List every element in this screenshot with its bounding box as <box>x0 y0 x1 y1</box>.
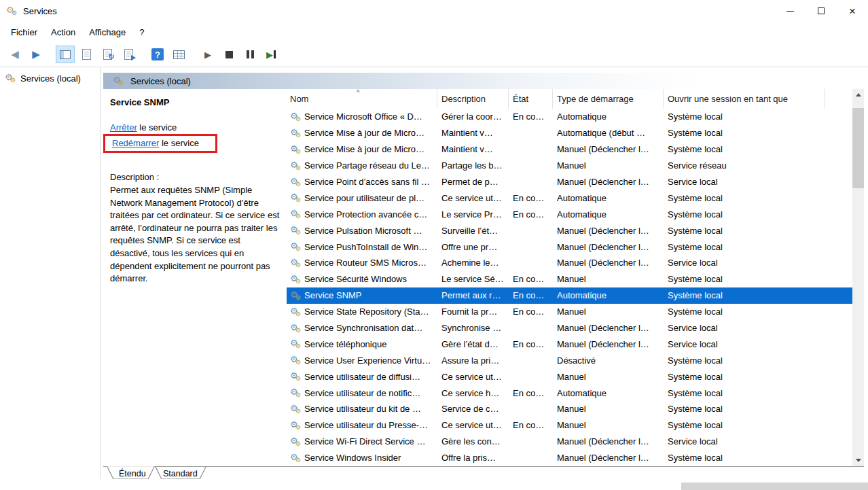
maximize-button[interactable] <box>806 0 837 22</box>
service-state-cell <box>509 368 553 385</box>
restart-service-link[interactable]: Redémarrer <box>112 138 159 148</box>
services-window: ⚙ ⚙ Services × Fichier Action Affichage … <box>0 0 868 490</box>
column-header-session[interactable]: Ouvrir une session en tant que <box>664 89 825 109</box>
description-text: Permet aux requêtes SNMP (Simple Network… <box>110 184 281 285</box>
title-bar: ⚙ ⚙ Services × <box>0 0 868 22</box>
service-startup-type-cell: Manuel <box>553 271 664 287</box>
table-row[interactable]: ⚙⚙ Service PushToInstall de Win… Offre u… <box>287 239 852 255</box>
table-row[interactable]: ⚙⚙ Service Mise à jour de Micro… Maintie… <box>287 125 852 141</box>
service-gear-icon: ⚙⚙ <box>289 206 303 222</box>
table-row[interactable]: ⚙⚙ Service SNMP Permet aux r… En co… Aut… <box>287 287 852 304</box>
table-row[interactable]: ⚙⚙ Service Point d’accès sans fil … Perm… <box>287 174 852 190</box>
table-row[interactable]: ⚙⚙ Service pour utilisateur de pl… Ce se… <box>287 190 852 206</box>
export-list-button[interactable] <box>119 46 138 63</box>
service-name: Service utilisateur de diffusi… <box>304 372 420 382</box>
table-row[interactable]: ⚙⚙ Service utilisateur du kit de … Servi… <box>287 401 852 417</box>
tree-item-services-local[interactable]: ⚙ ⚙ Services (local) <box>0 71 100 86</box>
service-startup-type-cell: Automatique <box>553 287 664 304</box>
service-name: Service Microsoft Office « D… <box>304 111 422 122</box>
column-header-nom[interactable]: Nom ^ <box>287 89 437 109</box>
play-icon: ▶ <box>204 50 211 60</box>
help-button[interactable]: ? <box>148 46 167 63</box>
service-name: Service Windows Insider <box>304 453 401 463</box>
service-logon-cell: Service local <box>664 434 825 450</box>
properties-button[interactable] <box>77 46 96 63</box>
scroll-track[interactable] <box>852 101 864 455</box>
table-row[interactable]: ⚙⚙ Service utilisateur de notific… Ce se… <box>287 385 852 401</box>
service-gear-icon: ⚙⚙ <box>289 368 303 385</box>
service-state-cell <box>509 158 553 174</box>
menu-item-affichage[interactable]: Affichage <box>82 24 132 40</box>
show-console-tree-button[interactable] <box>56 46 75 63</box>
table-row[interactable]: ⚙⚙ Service Mise à jour de Micro… Maintie… <box>287 141 852 158</box>
service-state-cell: En co… <box>509 304 553 320</box>
table-icon <box>173 50 185 59</box>
service-name: Service Mise à jour de Micro… <box>304 144 424 154</box>
scroll-down-button[interactable] <box>852 455 864 466</box>
window-title: Services <box>23 6 57 16</box>
close-button[interactable]: × <box>837 0 868 22</box>
service-name-cell: ⚙⚙ Service utilisateur du kit de … <box>287 401 437 417</box>
service-logon-cell: Service local <box>664 320 825 336</box>
column-header-type-demarrage[interactable]: Type de démarrage <box>553 89 664 109</box>
table-row[interactable]: ⚙⚙ Service Microsoft Office « D… Gérer l… <box>287 109 852 125</box>
service-name: Service Wi-Fi Direct Service … <box>304 436 425 447</box>
service-logon-cell: Système local <box>664 239 825 255</box>
svg-text:Standard: Standard <box>163 469 198 478</box>
minimize-icon <box>786 11 794 12</box>
service-description-cell: Gérer la coor… <box>437 109 509 125</box>
table-row[interactable]: ⚙⚙ Service Sécurité Windows Le service S… <box>287 271 852 287</box>
tab-standard[interactable]: Standard <box>156 467 206 479</box>
pause-service-button[interactable] <box>240 46 259 63</box>
stop-service-button[interactable] <box>219 46 238 63</box>
table-row[interactable]: ⚙⚙ Service Windows Insider Offre la pris… <box>287 450 852 466</box>
service-startup-type-cell: Automatique <box>553 109 664 125</box>
service-gear-icon: ⚙⚙ <box>289 450 303 466</box>
table-row[interactable]: ⚙⚙ Service utilisateur du Presse-… Ce se… <box>287 417 852 434</box>
refresh-button[interactable]: ↻ <box>98 46 117 63</box>
vertical-scrollbar[interactable] <box>852 89 864 466</box>
table-row[interactable]: ⚙⚙ Service Pulsation Microsoft … Surveil… <box>287 222 852 239</box>
table-row[interactable]: ⚙⚙ Service téléphonique Gère l’état d… E… <box>287 336 852 352</box>
menu-item-action[interactable]: Action <box>44 24 82 40</box>
menu-item-help[interactable]: ? <box>132 24 151 40</box>
tab-etendu[interactable]: Étendu <box>107 467 154 479</box>
back-button[interactable]: ◀ <box>5 46 24 63</box>
service-startup-type-cell: Automatique (début … <box>553 125 664 141</box>
service-startup-type-cell: Manuel (Déclencher l… <box>553 255 664 271</box>
table-row[interactable]: ⚙⚙ Service Routeur SMS Micros… Achemine … <box>287 255 852 271</box>
service-description-cell: Permet aux r… <box>437 287 509 304</box>
service-name: Service Sécurité Windows <box>304 274 407 284</box>
service-state-cell: En co… <box>509 385 553 401</box>
service-description-cell: Surveille l’ét… <box>437 222 509 239</box>
service-list-pane: Nom ^ Description État Type de démarrage… <box>287 89 864 466</box>
forward-button[interactable]: ▶ <box>26 46 46 63</box>
service-state-cell <box>509 352 553 368</box>
table-row[interactable]: ⚙⚙ Service Protection avancée c… Le serv… <box>287 206 852 222</box>
table-row[interactable]: ⚙⚙ Service Wi-Fi Direct Service … Gère l… <box>287 434 852 450</box>
table-row[interactable]: ⚙⚙ Service Synchronisation dat… Synchron… <box>287 320 852 336</box>
stop-service-link[interactable]: Arrêter <box>110 122 137 133</box>
scroll-up-button[interactable] <box>852 89 864 101</box>
service-name: Service State Repository (Sta… <box>304 307 429 317</box>
service-name-cell: ⚙⚙ Service Routeur SMS Micros… <box>287 255 437 271</box>
minimize-button[interactable] <box>774 0 806 22</box>
restart-service-button[interactable]: ▶ <box>261 46 281 63</box>
column-header-etat[interactable]: État <box>509 89 553 109</box>
service-startup-type-cell: Manuel (Déclencher l… <box>553 141 664 158</box>
table-row[interactable]: ⚙⚙ Service State Repository (Sta… Fourni… <box>287 304 852 320</box>
table-row[interactable]: ⚙⚙ Service utilisateur de diffusi… Ce se… <box>287 368 852 385</box>
table-row[interactable]: ⚙⚙ Service Partage réseau du Le… Partage… <box>287 158 852 174</box>
column-header-description[interactable]: Description <box>437 89 509 109</box>
service-name-cell: ⚙⚙ Service Pulsation Microsoft … <box>287 222 437 239</box>
scroll-thumb[interactable] <box>852 108 864 188</box>
start-service-button[interactable]: ▶ <box>198 46 217 63</box>
menu-item-fichier[interactable]: Fichier <box>4 24 44 40</box>
service-name: Service Point d’accès sans fil … <box>304 177 430 187</box>
tree-item-label: Services (local) <box>20 73 81 84</box>
service-name-cell: ⚙⚙ Service Microsoft Office « D… <box>287 109 437 125</box>
service-name-cell: ⚙⚙ Service Wi-Fi Direct Service … <box>287 434 437 450</box>
table-row[interactable]: ⚙⚙ Service User Experience Virtu… Assure… <box>287 352 852 368</box>
service-gear-icon: ⚙⚙ <box>289 287 303 304</box>
list-view-button[interactable] <box>169 46 188 63</box>
